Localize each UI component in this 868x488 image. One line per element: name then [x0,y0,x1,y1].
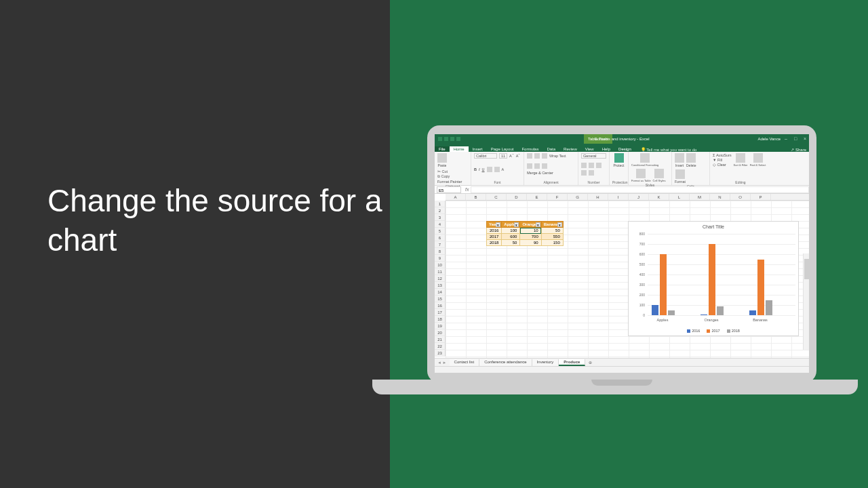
bar-Oranges-2016[interactable] [701,314,707,316]
row-5[interactable]: 5 [435,228,446,235]
conditional-formatting-button[interactable]: Conditional Formatting [631,153,658,167]
fx-icon[interactable]: fx [463,187,471,192]
cell[interactable]: 2017 [487,234,502,240]
comma-icon[interactable] [596,163,601,168]
col-N[interactable]: N [710,194,730,200]
fill-button[interactable]: ▼ Fill [713,158,732,162]
vertical-scrollbar[interactable] [803,253,809,350]
cut-button[interactable]: ✂ Cut [437,169,462,174]
protect-button[interactable]: Protect [612,153,625,167]
bar-Bananas-2016[interactable] [749,310,756,316]
cell[interactable]: 150 [541,240,563,246]
format-painter-button[interactable]: Format Painter [437,180,462,184]
row-19[interactable]: 19 [435,323,446,329]
tab-data[interactable]: Data [542,146,559,152]
sheet-tab-inventory[interactable]: Inventory [532,359,559,366]
row-4[interactable]: 4 [435,221,446,228]
row-23[interactable]: 23 [435,350,446,357]
row-22[interactable]: 22 [435,343,446,350]
cell[interactable]: 100 [502,228,520,234]
chart-title[interactable]: Chart Title [629,224,798,229]
legend-item-2017[interactable]: 2017 [707,329,719,333]
header-oranges[interactable]: Oranges▾ [520,222,541,228]
quick-access-toolbar[interactable] [438,137,460,141]
row-2[interactable]: 2 [435,207,446,214]
align-top-icon[interactable] [527,153,532,159]
col-E[interactable]: E [527,194,547,200]
cell[interactable]: 10 [520,228,541,234]
col-B[interactable]: B [466,194,486,200]
chart-legend[interactable]: 201620172018 [629,329,798,333]
currency-icon[interactable] [581,163,587,168]
wrap-text-button[interactable]: Wrap Text [549,154,566,158]
maximize-icon[interactable]: □ [793,136,798,142]
legend-item-2016[interactable]: 2016 [687,329,700,333]
column-headers[interactable]: ABCDEFGHIJKLMNOP [446,194,809,201]
col-G[interactable]: G [568,194,588,200]
bar-Apples-2018[interactable] [668,310,675,316]
col-K[interactable]: K [649,194,669,200]
minimize-icon[interactable]: – [783,136,789,142]
tab-insert[interactable]: Insert [469,146,487,152]
row-headers[interactable]: 1234567891011121314151617181920212223 [435,201,446,357]
sort-filter-button[interactable]: Sort & Filter [734,153,748,167]
tab-review[interactable]: Review [559,146,581,152]
bold-button[interactable]: B [474,167,477,171]
row-21[interactable]: 21 [435,336,446,343]
format-cells-button[interactable]: Format [675,169,686,184]
tab-file[interactable]: File [435,146,450,152]
header-bananas[interactable]: Bananas▾ [541,222,563,228]
save-icon[interactable] [444,137,448,141]
add-sheet-button[interactable]: ⊕ [585,360,595,365]
col-H[interactable]: H [588,194,608,200]
bar-Bananas-2017[interactable] [757,260,764,316]
underline-button[interactable]: U [482,167,485,171]
sheet-nav[interactable]: ◄ ► [435,361,450,365]
align-right-icon[interactable] [542,163,547,169]
formula-input[interactable] [471,186,809,193]
row-20[interactable]: 20 [435,329,446,336]
row-16[interactable]: 16 [435,302,446,309]
col-F[interactable]: F [547,194,568,200]
col-C[interactable]: C [486,194,507,200]
col-I[interactable]: I [608,194,629,200]
align-center-icon[interactable] [534,163,540,169]
align-middle-icon[interactable] [534,153,540,159]
insert-cells-button[interactable]: Insert [675,153,684,167]
bar-Bananas-2018[interactable] [766,300,772,316]
cell[interactable]: 50 [541,228,563,234]
cell[interactable]: 50 [502,240,520,246]
paste-button[interactable]: Paste [437,153,447,167]
font-color-icon[interactable]: A [502,167,505,171]
sheet-tab-conference-attendance[interactable]: Conference attendance [479,359,532,366]
number-format-select[interactable]: General [581,153,606,159]
row-9[interactable]: 9 [435,255,446,262]
col-P[interactable]: P [751,194,771,200]
increase-decimal-icon[interactable] [581,170,587,176]
row-10[interactable]: 10 [435,262,446,268]
font-name-select[interactable]: Calibri [474,153,497,159]
tab-help[interactable]: Help [598,146,614,152]
bar-Apples-2016[interactable] [652,305,658,315]
cell-styles-button[interactable]: Cell Styles [653,169,666,182]
row-8[interactable]: 8 [435,248,446,255]
redo-icon[interactable] [456,137,460,141]
align-bottom-icon[interactable] [542,153,547,159]
tab-home[interactable]: Home [450,146,469,152]
share-button[interactable]: ↗ Share [791,147,809,152]
row-1[interactable]: 1 [435,201,446,207]
sheet-tab-contact-list[interactable]: Contact list [450,359,480,366]
tab-page-layout[interactable]: Page Layout [487,146,518,152]
row-3[interactable]: 3 [435,214,446,221]
header-apples[interactable]: Apples▾ [502,222,520,228]
legend-item-2018[interactable]: 2018 [727,329,740,333]
border-icon[interactable] [487,167,492,172]
format-as-table-button[interactable]: Format as Table [631,169,651,182]
align-left-icon[interactable] [527,163,532,169]
merge-center-button[interactable]: Merge & Center [527,171,553,175]
row-12[interactable]: 12 [435,275,446,282]
row-6[interactable]: 6 [435,235,446,241]
col-J[interactable]: J [629,194,649,200]
col-O[interactable]: O [730,194,751,200]
undo-icon[interactable] [450,137,454,141]
